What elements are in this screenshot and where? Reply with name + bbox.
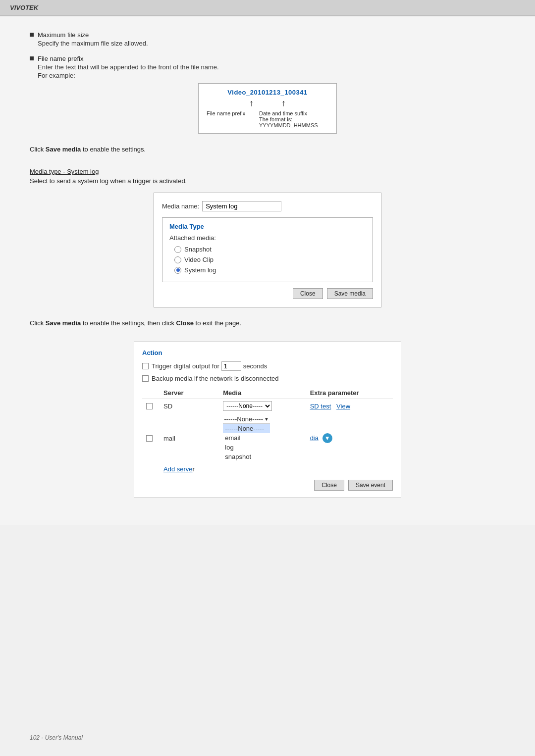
table-row-add-server: Add server xyxy=(142,463,393,475)
dropdown-option-log[interactable]: log xyxy=(223,443,270,452)
th-media: Media xyxy=(219,387,306,399)
backup-label: Backup media if the network is disconnec… xyxy=(152,375,279,382)
click-save-close-before: Click xyxy=(30,319,46,327)
mail-dropdown-top[interactable]: ------None----- ▼ xyxy=(223,415,270,424)
save-media-bold-2: Save media xyxy=(46,319,81,327)
th-server: Server xyxy=(160,387,219,399)
dia-icon-button[interactable]: ▼ xyxy=(322,433,332,443)
backup-checkbox[interactable] xyxy=(142,375,149,382)
th-empty xyxy=(142,387,160,399)
media-type-title: Media Type xyxy=(169,223,366,230)
dropdown-option-email[interactable]: email xyxy=(223,433,270,443)
file-name-prefix-desc: Enter the text that will be appended to … xyxy=(38,63,505,71)
filename-example-text: Video_20101213_100341 xyxy=(207,89,328,96)
add-server-link[interactable]: Add serve xyxy=(163,465,193,473)
media-name-label: Media name: xyxy=(162,202,199,210)
close-event-button[interactable]: Close xyxy=(314,480,344,491)
mail-dropdown-selected: ------None----- xyxy=(224,415,263,423)
dropdown-option-none[interactable]: ------None----- xyxy=(223,424,270,433)
arrow-up-right: ↑ xyxy=(281,98,286,108)
bullet-icon xyxy=(30,33,34,37)
close-media-button[interactable]: Close xyxy=(293,288,323,299)
trigger-digital-output-row: Trigger digital output for seconds xyxy=(142,361,393,371)
save-media-bold-1: Save media xyxy=(46,146,81,153)
media-panel-buttons: Close Save media xyxy=(162,288,373,299)
backup-media-row: Backup media if the network is disconnec… xyxy=(142,375,393,382)
trigger-value-input[interactable] xyxy=(221,361,241,371)
add-server-suffix: r xyxy=(193,465,195,473)
click-text-after: to enable the settings. xyxy=(81,146,146,153)
file-name-prefix-title: File name prefix xyxy=(38,55,83,62)
action-panel: Action Trigger digital output for second… xyxy=(134,342,401,498)
radio-snapshot-circle[interactable] xyxy=(174,246,181,253)
table-row-mail: mail ------None----- ▼ ------None- xyxy=(142,413,393,463)
filename-example-box: Video_20101213_100341 ↑ ↑ File name pref… xyxy=(198,83,337,134)
mail-checkbox[interactable] xyxy=(146,435,153,442)
arrow-up-left: ↑ xyxy=(249,98,254,108)
save-event-button[interactable]: Save event xyxy=(348,480,393,491)
media-type-system-log-section: Media type - System log Select to send a… xyxy=(30,168,505,307)
view-link[interactable]: View xyxy=(336,403,350,410)
media-type-box: Media Type Attached media: Snapshot Vide… xyxy=(162,217,373,282)
attached-media-label: Attached media: xyxy=(169,234,366,242)
action-table: Server Media Extra parameter SD xyxy=(142,387,393,475)
table-row-sd: SD ------None----- email log snapshot xyxy=(142,399,393,413)
sd-media-cell: ------None----- email log snapshot xyxy=(219,399,306,413)
radio-snapshot[interactable]: Snapshot xyxy=(174,246,366,253)
sd-server-cell: SD xyxy=(160,399,219,413)
radio-video-clip-label: Video Clip xyxy=(184,256,214,263)
th-extra: Extra parameter xyxy=(306,387,393,399)
click-save-media-text-1: Click Save media to enable the settings. xyxy=(30,146,505,153)
trigger-label-before: Trigger digital output for xyxy=(152,362,219,370)
radio-video-clip[interactable]: Video Clip xyxy=(174,256,366,263)
dia-link[interactable]: dia xyxy=(310,434,319,442)
sd-checkbox[interactable] xyxy=(146,403,153,409)
date-time-suffix-format: The format is: YYYYMMDD_HHMMSS xyxy=(259,116,318,128)
add-server-cell: Add server xyxy=(160,463,219,475)
dropdown-option-snapshot[interactable]: snapshot xyxy=(223,452,270,461)
bullet-file-name-prefix: File name prefix Enter the text that wil… xyxy=(30,55,505,138)
max-file-size-title: Maximum file size xyxy=(38,31,89,39)
filename-labels-row: File name prefix Date and time suffix Th… xyxy=(207,110,328,128)
save-media-button[interactable]: Save media xyxy=(327,288,373,299)
action-panel-title: Action xyxy=(142,349,393,356)
click-save-close-middle: to enable the settings, then click xyxy=(81,319,176,327)
click-text-before: Click xyxy=(30,146,46,153)
file-name-prefix-label: File name prefix xyxy=(207,110,251,128)
bullet-icon-2 xyxy=(30,56,34,60)
arrows-row: ↑ ↑ xyxy=(207,98,328,108)
action-table-section: Server Media Extra parameter SD xyxy=(142,387,393,475)
mail-server-cell: mail xyxy=(160,413,219,463)
header: VIVOTEK xyxy=(0,0,535,16)
mail-dropdown-list: ------None----- email log snapshot xyxy=(223,424,270,461)
sd-extra-cell: SD test View xyxy=(306,399,393,413)
bullet-max-file-size: Maximum file size Specify the maximum fi… xyxy=(30,31,505,47)
radio-snapshot-label: Snapshot xyxy=(184,246,212,253)
radio-video-clip-circle[interactable] xyxy=(174,256,181,263)
sd-media-dropdown[interactable]: ------None----- email log snapshot xyxy=(223,401,272,411)
radio-system-log[interactable]: System log xyxy=(174,266,366,274)
action-panel-buttons: Close Save event xyxy=(142,480,393,491)
sd-test-link[interactable]: SD test xyxy=(310,403,331,410)
trigger-checkbox[interactable] xyxy=(142,363,149,369)
radio-system-log-label: System log xyxy=(184,266,216,274)
mail-media-cell: ------None----- ▼ ------None----- email … xyxy=(219,413,306,463)
max-file-size-desc: Specify the maximum file size allowed. xyxy=(38,40,505,47)
main-content: Maximum file size Specify the maximum fi… xyxy=(0,16,535,525)
section-heading: Media type - System log xyxy=(30,168,505,175)
brand-logo: VIVOTEK xyxy=(10,4,38,11)
media-name-row: Media name: xyxy=(162,201,373,211)
radio-system-log-circle[interactable] xyxy=(174,267,181,274)
page-footer: 102 - User's Manual xyxy=(30,734,83,741)
media-name-input[interactable] xyxy=(202,201,281,211)
section-desc: Select to send a system log when a trigg… xyxy=(30,177,505,185)
mail-extra-cell: dia ▼ xyxy=(306,413,393,463)
close-bold: Close xyxy=(176,319,194,327)
media-panel: Media name: Media Type Attached media: S… xyxy=(154,193,381,307)
date-time-suffix-main: Date and time suffix xyxy=(259,110,307,116)
trigger-label-after: seconds xyxy=(243,362,267,370)
date-time-suffix-label: Date and time suffix The format is: YYYY… xyxy=(259,110,328,128)
click-save-close-text: Click Save media to enable the settings,… xyxy=(30,319,505,327)
dropdown-arrow-icon: ▼ xyxy=(264,416,269,422)
page: VIVOTEK Maximum file size Specify the ma… xyxy=(0,0,535,756)
